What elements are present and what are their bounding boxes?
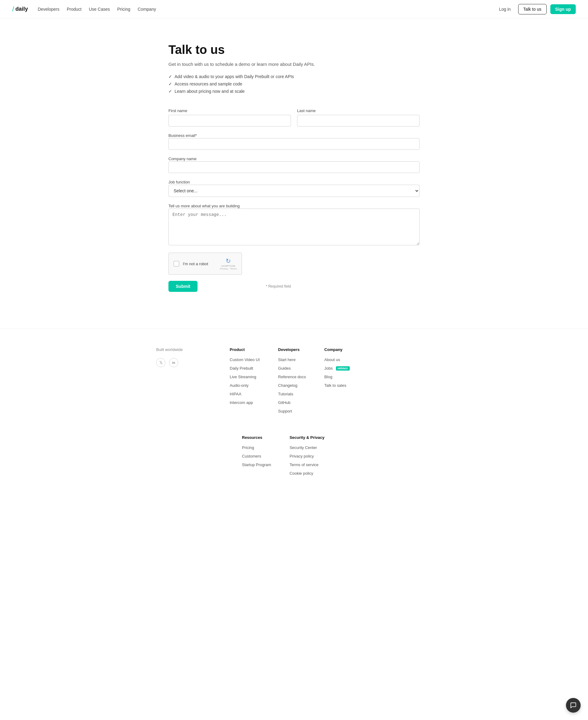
talk-button[interactable]: Talk to us bbox=[518, 4, 547, 15]
submit-button[interactable]: Submit bbox=[168, 281, 197, 292]
footer-link-startup[interactable]: Startup Program bbox=[242, 462, 271, 467]
feature-item-2: Access resources and sample code bbox=[168, 82, 420, 86]
last-name-label: Last name bbox=[297, 108, 420, 113]
linkedin-icon[interactable]: in bbox=[169, 358, 178, 367]
email-group: Business email* bbox=[168, 133, 420, 150]
footer-inner: Built worldwide 𝕏 in Product Custom Vide… bbox=[156, 347, 432, 479]
footer-col-security: Security & Privacy Security Center Priva… bbox=[289, 435, 324, 479]
logo-text: daily bbox=[15, 6, 28, 12]
last-name-group: Last name bbox=[297, 108, 420, 126]
feature-item-3: Learn about pricing now and at scale bbox=[168, 89, 420, 94]
contact-form: First name Last name Business email* Com… bbox=[168, 108, 420, 292]
footer-link-intercom[interactable]: Intercom app bbox=[230, 400, 253, 405]
footer-resources-heading: Resources bbox=[242, 435, 271, 440]
footer-col-product: Product Custom Video UI Daily Prebuilt L… bbox=[230, 347, 260, 417]
footer-link-privacy-policy[interactable]: Privacy policy bbox=[289, 454, 314, 459]
form-footer: Submit * Required field bbox=[168, 281, 291, 292]
nav-link-pricing[interactable]: Pricing bbox=[117, 7, 130, 12]
social-icons: 𝕏 in bbox=[156, 358, 217, 367]
footer-company-heading: Company bbox=[324, 347, 350, 352]
footer-link-about[interactable]: About us bbox=[324, 357, 340, 362]
footer-link-daily-prebuilt[interactable]: Daily Prebuilt bbox=[230, 366, 253, 370]
name-row: First name Last name bbox=[168, 108, 420, 126]
signup-button[interactable]: Sign up bbox=[550, 4, 576, 14]
footer-link-ref-docs[interactable]: Reference docs bbox=[278, 375, 306, 379]
footer-link-terms[interactable]: Terms of service bbox=[289, 462, 318, 467]
recaptcha-sub: Privacy - Terms bbox=[220, 267, 237, 270]
footer-link-start-here[interactable]: Start here bbox=[278, 357, 296, 362]
nav-right: Log in Talk to us Sign up bbox=[495, 4, 576, 15]
recaptcha-icon: ↻ bbox=[226, 257, 231, 264]
job-label: Job function bbox=[168, 180, 190, 184]
footer-link-changelog[interactable]: Changelog bbox=[278, 383, 297, 388]
footer-security-heading: Security & Privacy bbox=[289, 435, 324, 440]
nav-link-company[interactable]: Company bbox=[138, 7, 156, 12]
email-input[interactable] bbox=[168, 138, 420, 150]
footer-link-talk-to-sales[interactable]: Talk to sales bbox=[324, 383, 346, 388]
captcha-label: I'm not a robot bbox=[183, 261, 216, 266]
footer-col-developers: Developers Start here Guides Reference d… bbox=[278, 347, 306, 417]
built-worldwide: Built worldwide bbox=[156, 347, 217, 352]
nav-links: Developers Product Use Cases Pricing Com… bbox=[38, 7, 156, 12]
required-note: * Required field bbox=[266, 284, 291, 289]
navbar: /daily Developers Product Use Cases Pric… bbox=[0, 0, 588, 18]
footer-link-live-streaming[interactable]: Live Streaming bbox=[230, 375, 256, 379]
footer-product-heading: Product bbox=[230, 347, 260, 352]
first-name-input[interactable] bbox=[168, 115, 291, 126]
footer-developers-heading: Developers bbox=[278, 347, 306, 352]
footer-bottom-cols: Resources Pricing Customers Startup Prog… bbox=[242, 435, 432, 479]
footer-link-jobs[interactable]: Jobs bbox=[324, 366, 333, 370]
footer-link-cookie[interactable]: Cookie policy bbox=[289, 471, 313, 475]
footer-top: Built worldwide 𝕏 in Product Custom Vide… bbox=[156, 347, 432, 417]
job-group: Job function Select one... bbox=[168, 179, 420, 197]
footer-cols: Product Custom Video UI Daily Prebuilt L… bbox=[230, 347, 432, 417]
footer-link-tutorials[interactable]: Tutorials bbox=[278, 392, 293, 396]
last-name-input[interactable] bbox=[297, 115, 420, 126]
footer-link-blog[interactable]: Blog bbox=[324, 375, 332, 379]
job-select[interactable]: Select one... bbox=[168, 185, 420, 197]
captcha-logo: ↻ reCAPTCHA Privacy - Terms bbox=[220, 257, 237, 270]
recaptcha-brand: reCAPTCHA bbox=[222, 264, 235, 267]
footer-link-customers[interactable]: Customers bbox=[242, 454, 261, 459]
login-button[interactable]: Log in bbox=[495, 4, 514, 14]
captcha-widget[interactable]: I'm not a robot ↻ reCAPTCHA Privacy - Te… bbox=[168, 253, 242, 275]
footer-link-security-center[interactable]: Security Center bbox=[289, 445, 317, 450]
main-content: Talk to us Get in touch with us to sched… bbox=[156, 18, 432, 329]
footer-col-company: Company About us Jobs HIRING! Blog Talk … bbox=[324, 347, 350, 417]
logo[interactable]: /daily bbox=[12, 5, 28, 13]
footer-link-pricing[interactable]: Pricing bbox=[242, 445, 254, 450]
nav-link-product[interactable]: Product bbox=[67, 7, 82, 12]
company-group: Company name bbox=[168, 156, 420, 173]
footer-link-github[interactable]: GitHub bbox=[278, 400, 290, 405]
footer: Built worldwide 𝕏 in Product Custom Vide… bbox=[0, 329, 588, 491]
message-group: Tell us more about what you are building bbox=[168, 203, 420, 247]
feature-item-1: Add video & audio to your apps with Dail… bbox=[168, 74, 420, 79]
footer-link-guides[interactable]: Guides bbox=[278, 366, 291, 370]
twitter-icon[interactable]: 𝕏 bbox=[156, 358, 165, 367]
message-label: Tell us more about what you are building bbox=[168, 204, 240, 208]
footer-link-support[interactable]: Support bbox=[278, 409, 292, 414]
logo-slash: / bbox=[12, 5, 14, 13]
first-name-label: First name bbox=[168, 108, 291, 113]
footer-link-audio-only[interactable]: Audio-only bbox=[230, 383, 248, 388]
nav-left: /daily Developers Product Use Cases Pric… bbox=[12, 5, 156, 13]
email-label: Business email* bbox=[168, 133, 197, 138]
nav-link-usecases[interactable]: Use Cases bbox=[89, 7, 110, 12]
footer-link-custom-video[interactable]: Custom Video UI bbox=[230, 357, 260, 362]
footer-col-resources: Resources Pricing Customers Startup Prog… bbox=[242, 435, 271, 479]
page-subtitle: Get in touch with us to schedule a demo … bbox=[168, 62, 420, 67]
page-title: Talk to us bbox=[168, 43, 420, 57]
company-input[interactable] bbox=[168, 162, 420, 173]
first-name-group: First name bbox=[168, 108, 291, 126]
hiring-badge: HIRING! bbox=[336, 366, 350, 370]
features-list: Add video & audio to your apps with Dail… bbox=[168, 74, 420, 94]
nav-link-developers[interactable]: Developers bbox=[38, 7, 59, 12]
footer-link-hipaa[interactable]: HIPAA bbox=[230, 392, 241, 396]
captcha-checkbox[interactable] bbox=[174, 261, 179, 267]
message-textarea[interactable] bbox=[168, 209, 420, 245]
company-label: Company name bbox=[168, 156, 196, 161]
